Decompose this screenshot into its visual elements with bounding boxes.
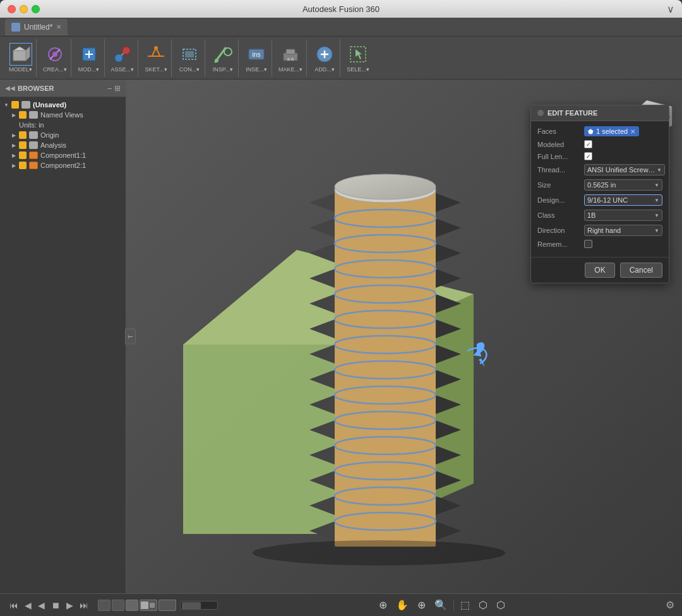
toolbar-sketch[interactable]: SKET...▾ (141, 39, 172, 77)
modeled-checkbox[interactable]: ✓ (584, 140, 592, 148)
panel-buttons: OK Cancel (531, 257, 669, 283)
sketch-icon (145, 43, 167, 66)
timeline-end-icon (159, 600, 176, 611)
designation-label: Design... (537, 196, 582, 204)
svg-point-13 (224, 48, 232, 56)
window-controls[interactable] (8, 5, 40, 13)
3d-viewport[interactable]: FRONT RIGHT TOP EDIT FEATURE Faces (126, 80, 682, 593)
timeline-keyframe-icon (112, 600, 124, 611)
toolbar-assemble[interactable]: ASSE...▾ (107, 39, 139, 77)
construct-icon (178, 43, 201, 66)
tab-close-button[interactable]: ✕ (56, 23, 61, 30)
ok-button[interactable]: OK (585, 263, 614, 278)
tree-item-root[interactable]: ▼ (Unsaved) (0, 100, 126, 110)
designation-value[interactable]: 9/16-12 UNC ▼ (584, 194, 662, 206)
step-back-button[interactable]: ◀ (23, 599, 33, 612)
tree-item-units[interactable]: Units: in (0, 120, 126, 130)
folder-icon-analysis (29, 141, 38, 149)
direction-label: Direction (537, 227, 582, 234)
tree-origin-label: Origin (40, 131, 59, 139)
toolbar-insert[interactable]: ins INSE...▾ (241, 39, 272, 77)
direction-row: Direction Right hand ▼ (537, 225, 662, 236)
toolbar-add[interactable]: ADD...▾ (309, 39, 340, 77)
toolbar-model[interactable]: MODEL▾ (5, 39, 37, 77)
modeled-label: Modeled (537, 141, 582, 148)
class-value[interactable]: 1B ▼ (584, 210, 662, 221)
toolbar-inspect[interactable]: INSP...▾ (208, 39, 239, 77)
sidebar-toggle-button[interactable]: ⊢ (125, 329, 136, 345)
toolbar-construct[interactable]: CON...▾ (174, 39, 205, 77)
main-area: ◀◀ BROWSER – ⊞ ▼ (Unsaved) ▶ Named Views (0, 80, 682, 593)
prev-button[interactable]: ◀ (36, 599, 47, 612)
direction-dropdown[interactable]: Right hand ▼ (584, 225, 662, 236)
document-tab[interactable]: Untitled* ✕ (5, 19, 68, 35)
component-icon-2 (29, 162, 38, 169)
tree-item-component2[interactable]: ▶ Component2:1 (0, 160, 126, 170)
selected-count: 1 selected (596, 127, 628, 135)
direction-value[interactable]: Right hand ▼ (584, 225, 662, 236)
view-controls: ⊕ ✋ ⊕ 🔍 ⬚ ⬡ ⬡ (376, 598, 508, 612)
divider (453, 599, 454, 612)
size-value[interactable]: 0.5625 in ▼ (584, 179, 662, 191)
modify-label: MOD...▾ (78, 67, 100, 73)
snap-icon[interactable]: ⬡ (494, 598, 508, 612)
settings-gear-icon[interactable]: ⚙ (666, 599, 674, 611)
timeline-track[interactable] (180, 601, 218, 610)
toolbar-create[interactable]: CREA...▾ (39, 39, 71, 77)
skip-back-button[interactable]: ⏮ (8, 599, 20, 612)
face-icon: ⬟ (588, 128, 594, 135)
tree-item-component1[interactable]: ▶ Component1:1 (0, 150, 126, 160)
collapse-button[interactable]: ∨ (667, 3, 674, 15)
cancel-button[interactable]: Cancel (620, 263, 662, 278)
browser-menu-icon[interactable]: – (107, 84, 112, 93)
maximize-button[interactable] (32, 5, 40, 13)
tab-title: Untitled* (24, 23, 52, 32)
thread-type-value[interactable]: ANSI Unified Screw Th... ▼ (584, 164, 665, 175)
remember-checkbox[interactable] (584, 240, 592, 248)
tree-item-analysis[interactable]: ▶ Analysis (0, 140, 126, 150)
size-dropdown[interactable]: 0.5625 in ▼ (584, 179, 662, 191)
designation-row: Design... 9/16-12 UNC ▼ (537, 194, 662, 206)
svg-rect-0 (13, 50, 26, 61)
svg-text:ins: ins (253, 51, 261, 58)
toolbar-make[interactable]: MAKE...▾ (275, 39, 307, 77)
pan-icon[interactable]: ✋ (393, 598, 411, 612)
panel-close-button[interactable] (537, 110, 544, 116)
minimize-button[interactable] (20, 5, 28, 13)
direction-arrow: ▼ (654, 228, 659, 234)
tree-analysis-label: Analysis (40, 141, 66, 149)
play-button[interactable]: ▶ (64, 599, 75, 612)
close-button[interactable] (8, 5, 16, 13)
tree-root-label: (Unsaved) (33, 101, 66, 109)
full-len-checkbox[interactable]: ✓ (584, 152, 592, 160)
sidebar-collapse-icon[interactable]: ◀◀ (5, 85, 15, 92)
component-icon-1 (29, 151, 38, 159)
toolbar-modify[interactable]: MOD...▾ (74, 39, 105, 77)
folder-icon-origin (29, 131, 38, 139)
full-len-value: ✓ (584, 152, 662, 160)
tree-item-origin[interactable]: ▶ Origin (0, 130, 126, 140)
designation-dropdown[interactable]: 9/16-12 UNC ▼ (584, 194, 662, 206)
svg-line-8 (121, 53, 124, 56)
toolbar-select[interactable]: SELE...▾ (343, 39, 373, 77)
thread-type-dropdown[interactable]: ANSI Unified Screw Th... ▼ (584, 164, 665, 175)
svg-rect-28 (335, 187, 436, 547)
zoom-icon[interactable]: ⊕ (415, 598, 428, 612)
tree-arrow-comp1: ▶ (10, 151, 18, 159)
clear-selection-button[interactable]: ✕ (630, 128, 635, 135)
assemble-icon (111, 43, 134, 66)
panel-title-bar: EDIT FEATURE (531, 105, 669, 121)
skip-forward-button[interactable]: ⏭ (78, 599, 90, 612)
stop-button[interactable]: ⏹ (49, 599, 62, 612)
browser-expand-icon[interactable]: ⊞ (114, 84, 121, 93)
grid-icon[interactable]: ⬡ (476, 598, 490, 612)
tree-item-named-views[interactable]: ▶ Named Views (0, 110, 126, 120)
eye-icon-comp2 (19, 162, 27, 169)
selected-tag: ⬟ 1 selected ✕ (584, 126, 639, 136)
orbit-icon[interactable]: ⊕ (376, 598, 390, 612)
tab-icon (11, 23, 20, 32)
class-dropdown[interactable]: 1B ▼ (584, 210, 662, 221)
modeled-row: Modeled ✓ (537, 140, 662, 148)
display-mode-icon[interactable]: ⬚ (458, 598, 472, 612)
fit-icon[interactable]: 🔍 (432, 598, 450, 612)
